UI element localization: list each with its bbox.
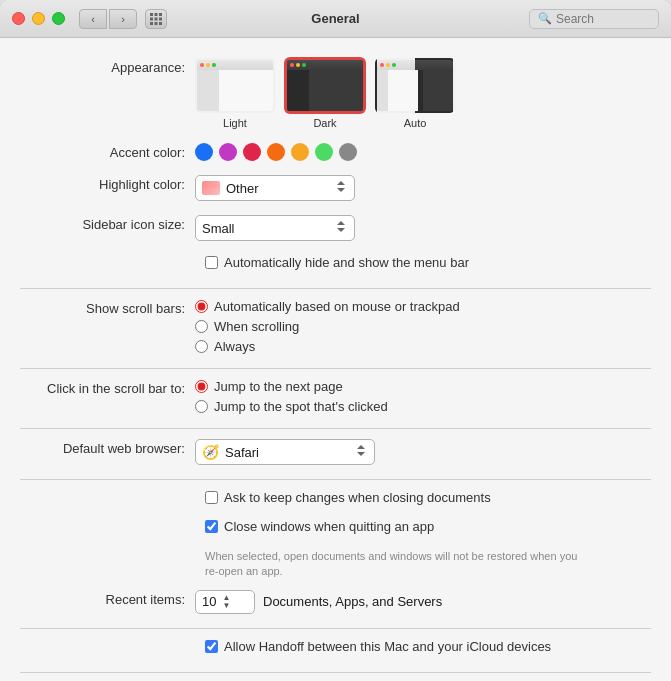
browser-value: Safari <box>225 445 259 460</box>
svg-rect-8 <box>159 22 162 25</box>
appearance-auto[interactable]: Auto <box>375 58 455 129</box>
grid-button[interactable] <box>145 9 167 29</box>
ask-keep-checkbox[interactable] <box>205 491 218 504</box>
ask-keep-label[interactable]: Ask to keep changes when closing documen… <box>224 490 491 505</box>
click-next-page-radio[interactable] <box>195 380 208 393</box>
scroll-always-radio[interactable] <box>195 340 208 353</box>
svg-rect-4 <box>155 17 158 20</box>
browser-dropdown[interactable]: 🧭 Safari <box>195 439 375 465</box>
svg-rect-7 <box>155 22 158 25</box>
appearance-light-label: Light <box>223 117 247 129</box>
divider3 <box>20 428 651 429</box>
appearance-label: Appearance: <box>20 58 195 75</box>
chevron-updown2-icon <box>334 219 348 233</box>
appearance-dark[interactable]: Dark <box>285 58 365 129</box>
traffic-lights <box>12 12 65 25</box>
handoff-checkbox-row: Allow Handoff between this Mac and your … <box>205 639 551 654</box>
accent-colors-group <box>195 143 357 161</box>
browser-content: 🧭 Safari <box>195 439 651 465</box>
appearance-light[interactable]: Light <box>195 58 275 129</box>
divider2 <box>20 368 651 369</box>
close-windows-checkbox-row: Close windows when quitting an app <box>205 519 434 534</box>
scroll-always-label[interactable]: Always <box>214 339 255 354</box>
ask-keep-row: Ask to keep changes when closing documen… <box>20 490 651 513</box>
accent-gray[interactable] <box>339 143 357 161</box>
chevron-updown-icon <box>334 179 348 193</box>
minimize-button[interactable] <box>32 12 45 25</box>
accent-color-label: Accent color: <box>20 143 195 160</box>
click-next-page-label[interactable]: Jump to the next page <box>214 379 343 394</box>
svg-marker-9 <box>337 188 345 192</box>
recent-items-row: Recent items: 10 ▲ ▼ Documents, Apps, an… <box>20 590 651 614</box>
close-windows-row: Close windows when quitting an app <box>20 519 651 542</box>
scroll-scrolling-label[interactable]: When scrolling <box>214 319 299 334</box>
svg-marker-12 <box>337 221 345 225</box>
highlight-swatch <box>202 181 220 195</box>
click-scroll-options: Jump to the next page Jump to the spot t… <box>195 379 388 414</box>
handoff-checkbox[interactable] <box>205 640 218 653</box>
scroll-auto-radio[interactable] <box>195 300 208 313</box>
svg-rect-2 <box>159 13 162 16</box>
search-input[interactable] <box>556 12 650 26</box>
menu-bar-label[interactable]: Automatically hide and show the menu bar <box>224 255 469 270</box>
highlight-color-value: Other <box>226 181 259 196</box>
accent-yellow[interactable] <box>291 143 309 161</box>
click-spot-row: Jump to the spot that's clicked <box>195 399 388 414</box>
scroll-bars-row: Show scroll bars: Automatically based on… <box>20 299 651 354</box>
appearance-auto-thumb <box>375 58 455 113</box>
maximize-button[interactable] <box>52 12 65 25</box>
highlight-color-row: Highlight color: Other <box>20 175 651 201</box>
highlight-color-dropdown[interactable]: Other <box>195 175 355 201</box>
close-windows-checkbox[interactable] <box>205 520 218 533</box>
click-next-page-row: Jump to the next page <box>195 379 388 394</box>
close-button[interactable] <box>12 12 25 25</box>
svg-rect-1 <box>155 13 158 16</box>
handoff-row: Allow Handoff between this Mac and your … <box>20 639 651 662</box>
scroll-auto-label[interactable]: Automatically based on mouse or trackpad <box>214 299 460 314</box>
window: ‹ › General 🔍 Appearance: <box>0 0 671 681</box>
appearance-options: Light Dark <box>195 58 651 129</box>
recent-items-value: 10 <box>202 594 216 609</box>
accent-blue[interactable] <box>195 143 213 161</box>
scroll-scrolling-radio[interactable] <box>195 320 208 333</box>
accent-purple[interactable] <box>219 143 237 161</box>
recent-items-label: Recent items: <box>20 590 195 607</box>
recent-items-suffix: Documents, Apps, and Servers <box>263 594 442 609</box>
forward-button[interactable]: › <box>109 9 137 29</box>
browser-row: Default web browser: 🧭 Safari <box>20 439 651 465</box>
click-scroll-row: Click in the scroll bar to: Jump to the … <box>20 379 651 414</box>
back-button[interactable]: ‹ <box>79 9 107 29</box>
grid-icon <box>150 13 162 25</box>
appearance-auto-label: Auto <box>404 117 427 129</box>
browser-label: Default web browser: <box>20 439 195 456</box>
click-spot-radio[interactable] <box>195 400 208 413</box>
scroll-always-row: Always <box>195 339 460 354</box>
accent-green[interactable] <box>315 143 333 161</box>
close-windows-label[interactable]: Close windows when quitting an app <box>224 519 434 534</box>
svg-rect-0 <box>150 13 153 16</box>
sidebar-icon-size-row: Sidebar icon size: Small <box>20 215 651 241</box>
accent-orange[interactable] <box>267 143 285 161</box>
scroll-auto-row: Automatically based on mouse or trackpad <box>195 299 460 314</box>
chevron-updown3-icon <box>354 443 368 457</box>
search-box[interactable]: 🔍 <box>529 9 659 29</box>
highlight-color-label: Highlight color: <box>20 175 195 192</box>
svg-rect-5 <box>159 17 162 20</box>
menu-bar-row: Automatically hide and show the menu bar <box>20 255 651 278</box>
recent-items-dropdown[interactable]: 10 ▲ ▼ <box>195 590 255 614</box>
sidebar-icon-size-label: Sidebar icon size: <box>20 215 195 232</box>
nav-buttons: ‹ › <box>79 9 137 29</box>
appearance-dark-thumb <box>285 58 365 113</box>
titlebar: ‹ › General 🔍 <box>0 0 671 38</box>
click-spot-label[interactable]: Jump to the spot that's clicked <box>214 399 388 414</box>
svg-marker-13 <box>357 452 365 456</box>
ask-keep-checkbox-row: Ask to keep changes when closing documen… <box>205 490 491 505</box>
content: Appearance: Light <box>0 38 671 681</box>
click-scroll-content: Jump to the next page Jump to the spot t… <box>195 379 651 414</box>
accent-red[interactable] <box>243 143 261 161</box>
handoff-label[interactable]: Allow Handoff between this Mac and your … <box>224 639 551 654</box>
sidebar-icon-size-dropdown[interactable]: Small <box>195 215 355 241</box>
stepper-arrows: ▲ ▼ <box>222 594 230 610</box>
menu-bar-checkbox[interactable] <box>205 256 218 269</box>
window-title: General <box>311 11 359 26</box>
